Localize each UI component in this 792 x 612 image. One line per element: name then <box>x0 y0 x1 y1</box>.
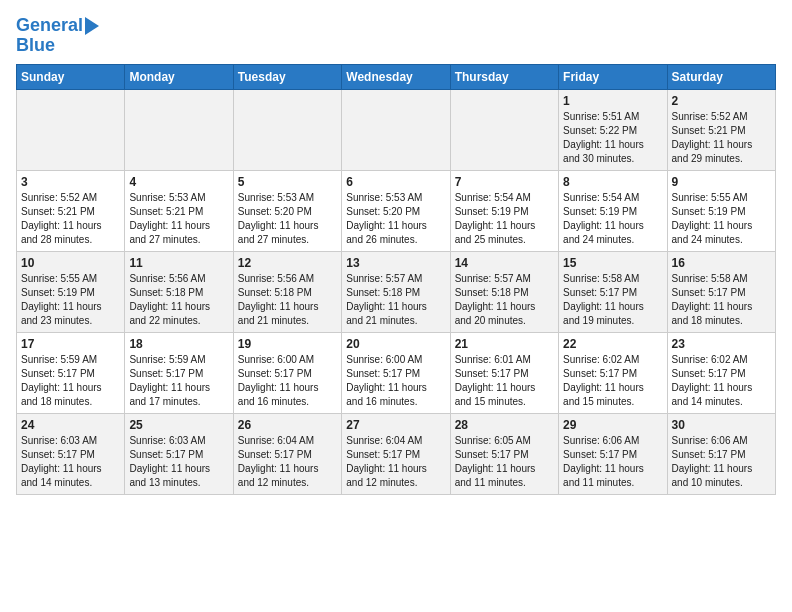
sunset-text: Sunset: 5:17 PM <box>21 368 95 379</box>
sunset-text: Sunset: 5:17 PM <box>129 449 203 460</box>
sunset-text: Sunset: 5:20 PM <box>238 206 312 217</box>
daylight-text: Daylight: 11 hours and 11 minutes. <box>563 463 644 488</box>
daylight-text: Daylight: 11 hours and 16 minutes. <box>238 382 319 407</box>
calendar-day-cell: 21 Sunrise: 6:01 AM Sunset: 5:17 PM Dayl… <box>450 332 558 413</box>
calendar-day-cell: 1 Sunrise: 5:51 AM Sunset: 5:22 PM Dayli… <box>559 89 667 170</box>
day-number: 13 <box>346 256 445 270</box>
sunrise-text: Sunrise: 6:01 AM <box>455 354 531 365</box>
sunrise-text: Sunrise: 6:00 AM <box>238 354 314 365</box>
sunrise-text: Sunrise: 6:06 AM <box>563 435 639 446</box>
day-number: 30 <box>672 418 771 432</box>
sunrise-text: Sunrise: 5:58 AM <box>672 273 748 284</box>
calendar-week-row: 1 Sunrise: 5:51 AM Sunset: 5:22 PM Dayli… <box>17 89 776 170</box>
calendar-day-cell: 13 Sunrise: 5:57 AM Sunset: 5:18 PM Dayl… <box>342 251 450 332</box>
sunset-text: Sunset: 5:17 PM <box>672 449 746 460</box>
daylight-text: Daylight: 11 hours and 13 minutes. <box>129 463 210 488</box>
day-number: 3 <box>21 175 120 189</box>
page-header: General Blue <box>16 16 776 56</box>
day-number: 27 <box>346 418 445 432</box>
logo-triangle-icon <box>85 17 99 35</box>
sunrise-text: Sunrise: 6:04 AM <box>346 435 422 446</box>
calendar-day-cell: 28 Sunrise: 6:05 AM Sunset: 5:17 PM Dayl… <box>450 413 558 494</box>
day-info: Sunrise: 6:05 AM Sunset: 5:17 PM Dayligh… <box>455 434 554 490</box>
day-info: Sunrise: 5:54 AM Sunset: 5:19 PM Dayligh… <box>563 191 662 247</box>
calendar-day-cell <box>17 89 125 170</box>
sunset-text: Sunset: 5:19 PM <box>21 287 95 298</box>
daylight-text: Daylight: 11 hours and 21 minutes. <box>238 301 319 326</box>
calendar-day-cell <box>233 89 341 170</box>
day-number: 6 <box>346 175 445 189</box>
day-info: Sunrise: 6:03 AM Sunset: 5:17 PM Dayligh… <box>129 434 228 490</box>
day-info: Sunrise: 5:53 AM Sunset: 5:21 PM Dayligh… <box>129 191 228 247</box>
daylight-text: Daylight: 11 hours and 14 minutes. <box>21 463 102 488</box>
daylight-text: Daylight: 11 hours and 24 minutes. <box>563 220 644 245</box>
sunrise-text: Sunrise: 6:03 AM <box>21 435 97 446</box>
sunset-text: Sunset: 5:21 PM <box>129 206 203 217</box>
day-number: 21 <box>455 337 554 351</box>
sunset-text: Sunset: 5:18 PM <box>346 287 420 298</box>
sunset-text: Sunset: 5:20 PM <box>346 206 420 217</box>
calendar-day-cell: 9 Sunrise: 5:55 AM Sunset: 5:19 PM Dayli… <box>667 170 775 251</box>
sunset-text: Sunset: 5:19 PM <box>563 206 637 217</box>
sunset-text: Sunset: 5:22 PM <box>563 125 637 136</box>
weekday-header-saturday: Saturday <box>667 64 775 89</box>
daylight-text: Daylight: 11 hours and 30 minutes. <box>563 139 644 164</box>
day-number: 15 <box>563 256 662 270</box>
sunset-text: Sunset: 5:18 PM <box>455 287 529 298</box>
sunrise-text: Sunrise: 5:57 AM <box>346 273 422 284</box>
sunset-text: Sunset: 5:17 PM <box>455 449 529 460</box>
sunrise-text: Sunrise: 6:06 AM <box>672 435 748 446</box>
logo: General Blue <box>16 16 99 56</box>
sunset-text: Sunset: 5:19 PM <box>672 206 746 217</box>
calendar-day-cell: 7 Sunrise: 5:54 AM Sunset: 5:19 PM Dayli… <box>450 170 558 251</box>
day-number: 4 <box>129 175 228 189</box>
sunrise-text: Sunrise: 5:54 AM <box>455 192 531 203</box>
day-info: Sunrise: 5:59 AM Sunset: 5:17 PM Dayligh… <box>129 353 228 409</box>
logo-text-general: General <box>16 16 83 36</box>
sunrise-text: Sunrise: 6:05 AM <box>455 435 531 446</box>
logo-text-blue: Blue <box>16 36 55 56</box>
daylight-text: Daylight: 11 hours and 14 minutes. <box>672 382 753 407</box>
calendar-day-cell: 14 Sunrise: 5:57 AM Sunset: 5:18 PM Dayl… <box>450 251 558 332</box>
day-info: Sunrise: 5:56 AM Sunset: 5:18 PM Dayligh… <box>238 272 337 328</box>
daylight-text: Daylight: 11 hours and 16 minutes. <box>346 382 427 407</box>
day-number: 26 <box>238 418 337 432</box>
weekday-header-friday: Friday <box>559 64 667 89</box>
day-number: 1 <box>563 94 662 108</box>
sunset-text: Sunset: 5:17 PM <box>563 287 637 298</box>
calendar-day-cell: 10 Sunrise: 5:55 AM Sunset: 5:19 PM Dayl… <box>17 251 125 332</box>
calendar-week-row: 24 Sunrise: 6:03 AM Sunset: 5:17 PM Dayl… <box>17 413 776 494</box>
sunset-text: Sunset: 5:18 PM <box>238 287 312 298</box>
sunset-text: Sunset: 5:18 PM <box>129 287 203 298</box>
daylight-text: Daylight: 11 hours and 27 minutes. <box>129 220 210 245</box>
day-number: 25 <box>129 418 228 432</box>
sunrise-text: Sunrise: 5:55 AM <box>672 192 748 203</box>
calendar-day-cell: 16 Sunrise: 5:58 AM Sunset: 5:17 PM Dayl… <box>667 251 775 332</box>
daylight-text: Daylight: 11 hours and 18 minutes. <box>672 301 753 326</box>
day-number: 19 <box>238 337 337 351</box>
calendar-day-cell <box>450 89 558 170</box>
calendar-day-cell: 24 Sunrise: 6:03 AM Sunset: 5:17 PM Dayl… <box>17 413 125 494</box>
sunrise-text: Sunrise: 5:56 AM <box>238 273 314 284</box>
daylight-text: Daylight: 11 hours and 10 minutes. <box>672 463 753 488</box>
calendar-table: SundayMondayTuesdayWednesdayThursdayFrid… <box>16 64 776 495</box>
calendar-day-cell: 8 Sunrise: 5:54 AM Sunset: 5:19 PM Dayli… <box>559 170 667 251</box>
day-info: Sunrise: 6:03 AM Sunset: 5:17 PM Dayligh… <box>21 434 120 490</box>
sunset-text: Sunset: 5:17 PM <box>129 368 203 379</box>
calendar-day-cell: 20 Sunrise: 6:00 AM Sunset: 5:17 PM Dayl… <box>342 332 450 413</box>
day-info: Sunrise: 6:01 AM Sunset: 5:17 PM Dayligh… <box>455 353 554 409</box>
sunset-text: Sunset: 5:17 PM <box>238 449 312 460</box>
day-info: Sunrise: 6:04 AM Sunset: 5:17 PM Dayligh… <box>238 434 337 490</box>
sunrise-text: Sunrise: 6:03 AM <box>129 435 205 446</box>
calendar-day-cell: 23 Sunrise: 6:02 AM Sunset: 5:17 PM Dayl… <box>667 332 775 413</box>
day-number: 22 <box>563 337 662 351</box>
calendar-day-cell: 30 Sunrise: 6:06 AM Sunset: 5:17 PM Dayl… <box>667 413 775 494</box>
calendar-day-cell: 25 Sunrise: 6:03 AM Sunset: 5:17 PM Dayl… <box>125 413 233 494</box>
day-number: 11 <box>129 256 228 270</box>
sunset-text: Sunset: 5:17 PM <box>238 368 312 379</box>
calendar-day-cell: 17 Sunrise: 5:59 AM Sunset: 5:17 PM Dayl… <box>17 332 125 413</box>
day-number: 17 <box>21 337 120 351</box>
sunset-text: Sunset: 5:17 PM <box>563 368 637 379</box>
calendar-day-cell: 18 Sunrise: 5:59 AM Sunset: 5:17 PM Dayl… <box>125 332 233 413</box>
day-number: 24 <box>21 418 120 432</box>
